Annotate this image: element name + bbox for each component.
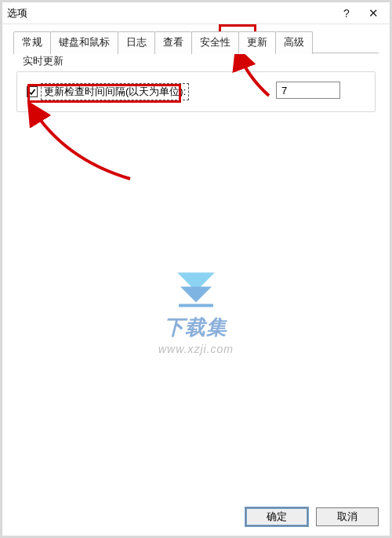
update-interval-input[interactable] — [276, 82, 340, 99]
tab-general[interactable]: 常规 — [13, 31, 51, 54]
tab-keyboard[interactable]: 键盘和鼠标 — [50, 31, 118, 54]
checkbox-update-interval[interactable] — [27, 86, 38, 97]
group-box-realtime-update: 更新检查时间间隔(以天为单位): — [16, 71, 376, 112]
tab-update[interactable]: 更新 — [238, 31, 276, 54]
tab-log[interactable]: 日志 — [118, 31, 155, 54]
checkbox-label-update-interval[interactable]: 更新检查时间间隔(以天为单位): — [41, 83, 189, 100]
titlebar: 选项 ? ✕ — [2, 2, 390, 24]
help-button[interactable]: ? — [333, 4, 360, 23]
cancel-button[interactable]: 取消 — [316, 507, 379, 526]
ok-button[interactable]: 确定 — [245, 507, 308, 526]
close-button[interactable]: ✕ — [360, 4, 387, 23]
window-title: 选项 — [5, 6, 333, 20]
tab-view[interactable]: 查看 — [154, 31, 192, 54]
tab-security[interactable]: 安全性 — [191, 31, 239, 54]
tab-advanced[interactable]: 高级 — [275, 31, 313, 54]
check-icon — [28, 88, 36, 96]
dialog-buttons: 确定 取消 — [245, 507, 379, 526]
update-pane: 实时更新 更新检查时间间隔(以天为单位): — [13, 49, 379, 498]
